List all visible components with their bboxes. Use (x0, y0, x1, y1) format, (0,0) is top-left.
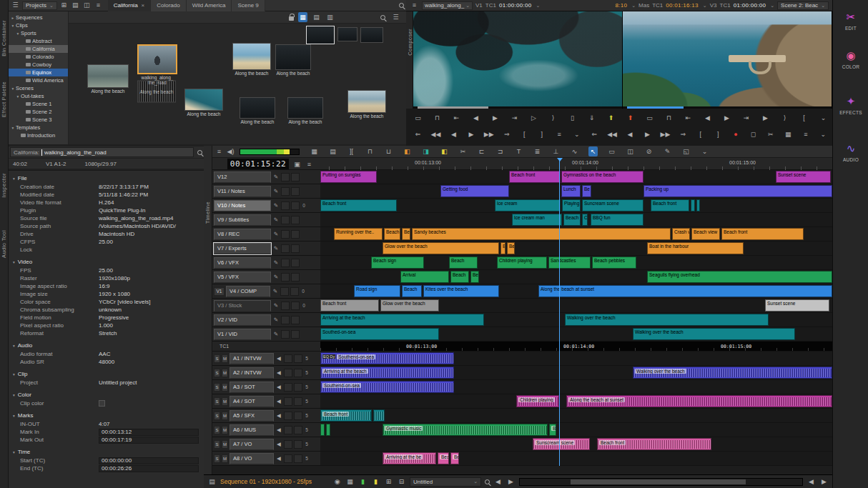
mark-out-icon[interactable]: ⟩ (548, 113, 558, 123)
clip-children-playing[interactable]: Children playing (497, 257, 547, 269)
monitor-toggle[interactable] (281, 187, 290, 196)
mas-tc-label[interactable]: TC1 (652, 2, 663, 9)
triangle-down-icon[interactable]: ▾ (13, 372, 15, 377)
field-value[interactable]: 00:00:26:26 (99, 465, 199, 472)
triangle-down-icon[interactable]: ▾ (13, 260, 15, 264)
track-lane-v3-stock[interactable]: Beach frontGlow over the beachSunset sce… (320, 299, 832, 312)
clip-segment[interactable] (320, 424, 325, 436)
projects-selector[interactable]: Projects ⌄ (22, 1, 57, 10)
bin-search-icon[interactable] (380, 15, 385, 20)
clip-arriving-at-the-be[interactable]: Arriving at the be (383, 452, 436, 464)
speaker-icon[interactable]: ◀ (275, 398, 282, 404)
scroll-left-icon[interactable]: ◀ (807, 477, 816, 487)
pencil-icon[interactable]: ✎ (272, 245, 280, 252)
inspector-section-header[interactable]: ▾Audio (9, 341, 204, 350)
mark-in-icon[interactable]: ⊓ (365, 146, 375, 156)
tree-item-introduction[interactable]: Introduction (9, 131, 68, 139)
clip-arriving-at-the-beach[interactable]: Arriving at the beach (320, 367, 454, 379)
tree-item-sports[interactable]: ▾Sports (9, 29, 68, 37)
clip-thumbnail[interactable]: Along the beach (347, 90, 386, 119)
clip-c[interactable]: C (582, 214, 588, 226)
chevron-down-icon[interactable]: ⌄ (770, 3, 774, 9)
tree-item-colorado[interactable]: Colorado (9, 53, 68, 61)
mute-button[interactable]: M (222, 426, 228, 434)
mark-clip-icon[interactable]: ▯ (568, 113, 577, 123)
clip-thumbnail[interactable] (306, 26, 335, 44)
solo-button[interactable]: S (214, 412, 220, 420)
audio-waveform-icon[interactable]: ∿ (570, 146, 579, 156)
pencil-icon[interactable]: ✎ (272, 274, 280, 280)
inspector-section-header[interactable]: ▾Video (9, 257, 204, 267)
record-toggle[interactable] (291, 230, 300, 239)
pencil-icon[interactable]: ✎ (272, 216, 280, 223)
tab-colorado[interactable]: Colorado (151, 0, 186, 11)
timeline-search-icon[interactable] (485, 479, 490, 484)
clip-beach-front[interactable]: Beach front (320, 409, 372, 422)
clip-along-the-beach-at-sunset[interactable]: Along the beach at sunset (566, 395, 832, 407)
record-toggle[interactable] (294, 369, 302, 377)
solo-button[interactable]: S (214, 354, 220, 363)
clip-ice-cream[interactable]: Ice cream (495, 199, 561, 211)
mute-button[interactable]: M (222, 440, 228, 449)
step-back-icon[interactable]: ◀ (703, 113, 712, 123)
track-lane-a7-vo[interactable]: Sunscream sceneBeach front (320, 437, 832, 451)
record-monitor[interactable] (623, 11, 832, 109)
clip-suncream-scene[interactable]: Suncream scene (582, 199, 643, 211)
rail-label-effect-palette[interactable]: Effect Palette (1, 81, 7, 117)
monitor-toggle[interactable] (280, 287, 289, 296)
segment-splice-icon[interactable]: ◫ (626, 146, 635, 156)
segment-overwrite-icon[interactable]: ▭ (607, 146, 616, 156)
record-toggle[interactable] (291, 316, 300, 324)
clip-segment[interactable] (691, 199, 695, 211)
record-toggle[interactable] (294, 383, 302, 392)
field-value[interactable]: 00:00:17:19 (99, 437, 199, 444)
splice-in-icon[interactable]: ◧ (440, 146, 449, 156)
timeline-list-icon[interactable]: ▤ (207, 477, 217, 487)
clip-southend-on-sea[interactable]: Southend-on-sea (320, 381, 454, 393)
position-thumb[interactable] (627, 106, 684, 109)
clip-beach-front[interactable]: Beach front (509, 171, 561, 183)
monitor-toggle[interactable] (281, 216, 290, 224)
clip-be[interactable]: Be (470, 271, 479, 283)
clip-thumbnail[interactable]: Along the beach (240, 97, 275, 124)
go-to-in-icon[interactable]: ⇤ (684, 113, 693, 123)
tree-item-equinox[interactable]: Equinox (9, 69, 68, 76)
more-icon[interactable]: ⌄ (572, 129, 581, 139)
triangle-down-icon[interactable]: ▾ (13, 176, 15, 181)
speaker-icon[interactable]: ◀ (275, 441, 282, 447)
more-icon[interactable]: ⌄ (819, 129, 828, 139)
monitor-toggle[interactable] (281, 173, 290, 181)
list-view-icon[interactable]: ▤ (328, 146, 337, 156)
chevron-down-icon[interactable]: ⌄ (536, 3, 541, 9)
speaker-icon[interactable]: ◀ (275, 455, 282, 462)
lock-icon[interactable] (289, 16, 294, 21)
speaker-icon[interactable]: ◀ (275, 412, 282, 419)
clip-beach-view[interactable]: Beach view (691, 228, 720, 240)
clip-beach-front[interactable]: Beach front (320, 199, 397, 211)
pencil-icon[interactable]: ✎ (272, 302, 280, 309)
track-lane-v11-notes[interactable]: Getting foodLunchBePacking up (320, 184, 832, 198)
mark-out-icon[interactable]: ⊔ (384, 146, 393, 156)
clip-sandcastles[interactable]: Sandcastles (548, 257, 591, 269)
pencil-icon[interactable]: ✎ (272, 202, 280, 209)
play-icon[interactable]: ▶ (466, 129, 475, 139)
overwrite-mark-icon[interactable]: ⬆ (626, 113, 635, 123)
clip-thumbnail[interactable]: Along the beach (275, 44, 311, 76)
clip-gymnastics-on-the-beach[interactable]: Gymnastics on the beach (561, 171, 643, 183)
clip-sandy-beaches[interactable]: Sandy beaches (412, 228, 671, 240)
clip-lunch[interactable]: Lunch (561, 185, 581, 197)
clip-walking-over-the-beach[interactable]: Walking over the beach (633, 367, 832, 379)
quick-filter-icon[interactable] (399, 3, 404, 8)
go-start-icon[interactable]: ⇐ (413, 129, 423, 139)
rewind-icon[interactable]: ◀◀ (431, 129, 441, 139)
extract-icon[interactable]: ⊐ (495, 146, 505, 156)
record-toggle[interactable] (294, 354, 302, 363)
monitor-toggle[interactable] (281, 316, 290, 324)
cut-icon[interactable]: ✂ (766, 129, 775, 139)
track-lane-a1-intvw[interactable]: EQ DySouthend-on-sea (320, 352, 832, 365)
clip-beach[interactable]: Beach (563, 214, 581, 226)
frame-back-icon[interactable]: ◀ (449, 129, 458, 139)
track-lane-v7-experts[interactable]: Glow over the beachBBeBoat in the harbou… (320, 241, 832, 255)
pen-tool-icon[interactable]: ✎ (663, 146, 672, 156)
track-lane-a8-vo[interactable]: Arriving at the beBeacBe (320, 452, 832, 465)
